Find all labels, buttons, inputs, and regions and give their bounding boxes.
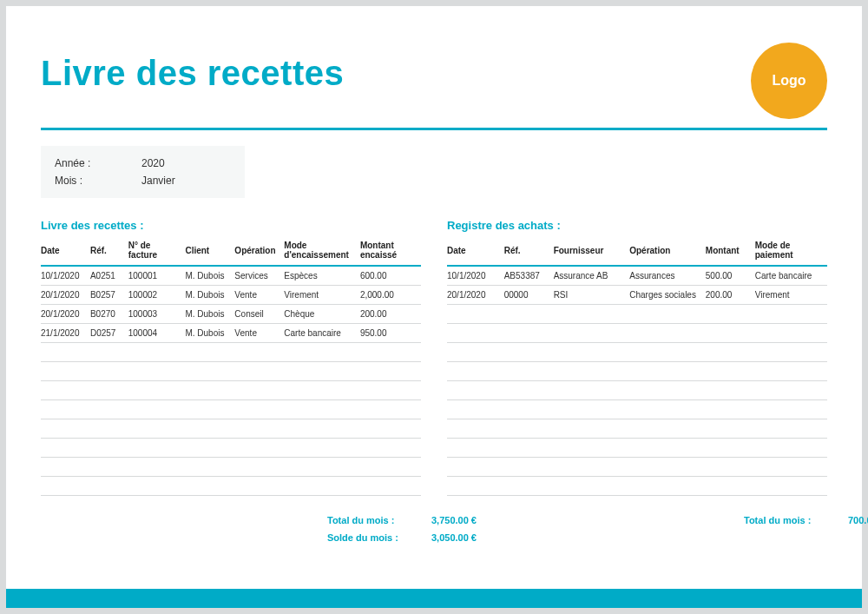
recettes-section: Livre des recettes : DateRéf.N° de factu… [41, 219, 421, 496]
recettes-totals: Total du mois :3,750.00 €Solde du mois :… [41, 512, 527, 546]
achats-header-row: DateRéf.FournisseurOpérationMontantMode … [447, 237, 827, 266]
table-cell-empty [284, 343, 360, 362]
table-cell-empty [284, 400, 360, 419]
table-cell-empty [185, 381, 234, 400]
table-cell-empty [185, 400, 234, 419]
achats-totals: Total du mois :700.00 € [553, 512, 868, 546]
table-cell-empty [554, 477, 630, 496]
table-cell-empty [554, 362, 630, 381]
table-row-empty [41, 419, 421, 439]
table-cell-empty [360, 477, 421, 496]
table-row-empty [447, 419, 827, 439]
achats-table: DateRéf.FournisseurOpérationMontantMode … [447, 237, 827, 496]
table-row-empty [41, 439, 421, 458]
table-cell-empty [185, 343, 234, 362]
table-row-empty [447, 324, 827, 343]
table-row-empty [447, 305, 827, 324]
year-value: 2020 [141, 157, 165, 169]
table-cell: M. Dubois [185, 286, 234, 305]
table-cell-empty [629, 305, 706, 324]
table-cell: Espèces [284, 266, 360, 286]
table-cell-empty [128, 343, 186, 362]
table-cell: 20/1/2020 [41, 286, 90, 305]
table-cell: Vente [234, 286, 284, 305]
table-cell-empty [185, 362, 234, 381]
table-cell-empty [234, 439, 284, 458]
table-cell-empty [128, 381, 186, 400]
achats-header-cell: Réf. [504, 237, 554, 266]
table-cell-empty [128, 439, 186, 458]
table-cell-empty [629, 343, 706, 362]
table-cell-empty [447, 458, 504, 477]
table-cell-empty [554, 458, 630, 477]
table-cell-empty [629, 439, 706, 458]
table-cell: Virement [284, 286, 360, 305]
table-cell: 950.00 [360, 324, 421, 343]
table-cell-empty [755, 477, 827, 496]
table-cell-empty [360, 400, 421, 419]
table-cell-empty [706, 477, 755, 496]
table-row-empty [447, 477, 827, 496]
table-cell: 100003 [128, 305, 186, 324]
table-row: 10/1/2020AB53387Assurance ABAssurances50… [447, 266, 827, 286]
table-cell-empty [284, 477, 360, 496]
divider [41, 128, 827, 130]
table-cell-empty [706, 324, 755, 343]
table-cell-empty [504, 362, 554, 381]
table-cell-empty [554, 419, 630, 439]
table-cell: Assurance AB [554, 266, 630, 286]
table-cell-empty [185, 458, 234, 477]
table-cell-empty [706, 419, 755, 439]
table-cell-empty [447, 400, 504, 419]
table-cell-empty [504, 324, 554, 343]
footer-bar [6, 589, 862, 608]
table-cell: Conseil [234, 305, 284, 324]
table-cell-empty [90, 381, 128, 400]
table-cell-empty [234, 458, 284, 477]
table-cell: Charges sociales [629, 286, 706, 305]
table-cell-empty [90, 439, 128, 458]
table-cell-empty [629, 381, 706, 400]
table-cell-empty [90, 343, 128, 362]
tables-area: Livre des recettes : DateRéf.N° de factu… [41, 219, 827, 496]
table-cell-empty [360, 439, 421, 458]
table-cell-empty [185, 439, 234, 458]
table-cell-empty [234, 477, 284, 496]
table-cell-empty [629, 458, 706, 477]
table-cell-empty [447, 439, 504, 458]
table-cell-empty [234, 381, 284, 400]
table-cell-empty [128, 362, 186, 381]
table-cell-empty [234, 362, 284, 381]
table-row-empty [41, 477, 421, 496]
table-cell: 100002 [128, 286, 186, 305]
table-cell: M. Dubois [185, 305, 234, 324]
meta-row-month: Mois : Janvier [55, 172, 234, 189]
totals-value: 3,050.00 € [431, 532, 527, 543]
table-cell: 100004 [128, 324, 186, 343]
table-cell-empty [90, 458, 128, 477]
table-cell-empty [554, 324, 630, 343]
recettes-header-cell: Réf. [90, 237, 128, 266]
table-cell: 500.00 [706, 266, 755, 286]
logo-text: Logo [772, 73, 806, 89]
table-cell-empty [41, 381, 90, 400]
table-cell: B0257 [90, 286, 128, 305]
table-row-empty [41, 343, 421, 362]
totals-value: 3,750.00 € [431, 515, 527, 525]
table-cell-empty [706, 381, 755, 400]
achats-header-cell: Mode de paiement [755, 237, 827, 266]
table-cell-empty [360, 381, 421, 400]
table-cell-empty [90, 400, 128, 419]
table-cell: Services [234, 266, 284, 286]
table-cell: Assurances [629, 266, 706, 286]
table-cell: 200.00 [706, 286, 755, 305]
table-cell-empty [41, 419, 90, 439]
achats-header-cell: Date [447, 237, 504, 266]
recettes-title: Livre des recettes : [41, 219, 421, 232]
table-cell-empty [447, 477, 504, 496]
table-cell: 00000 [504, 286, 554, 305]
table-cell-empty [755, 381, 827, 400]
table-cell-empty [554, 343, 630, 362]
table-cell-empty [41, 400, 90, 419]
table-cell-empty [755, 400, 827, 419]
